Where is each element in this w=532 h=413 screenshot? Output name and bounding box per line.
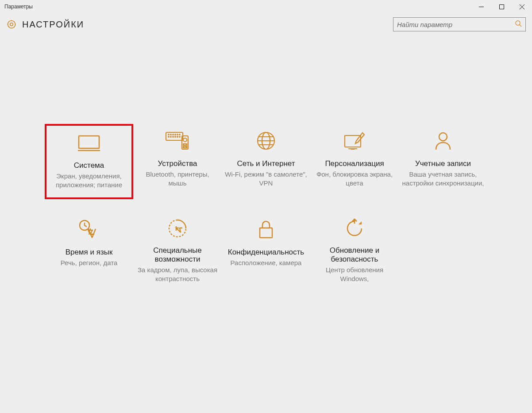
- svg-point-15: [175, 136, 176, 137]
- tile-title: Время и язык: [66, 248, 113, 257]
- svg-rect-4: [79, 136, 99, 148]
- search-input[interactable]: [397, 21, 508, 28]
- svg-point-12: [168, 136, 169, 137]
- svg-point-10: [177, 134, 178, 135]
- window-titlebar: Параметры: [0, 0, 532, 13]
- svg-rect-27: [260, 228, 272, 238]
- page-header: НАСТРОЙКИ: [0, 13, 532, 35]
- svg-point-25: [439, 133, 447, 141]
- tiles-container: Система Экран, уведомления, приложения; …: [0, 35, 532, 301]
- tile-desc: Центр обновления Windows,: [313, 266, 396, 284]
- tile-desc: Экран, уведомления, приложения; питание: [49, 172, 129, 190]
- settings-grid: Система Экран, уведомления, приложения; …: [27, 124, 505, 301]
- svg-point-16: [177, 136, 178, 137]
- tile-desc: Речь, регион, дата: [61, 259, 117, 267]
- window-controls: [471, 0, 532, 13]
- time-language-icon: [75, 217, 103, 242]
- tile-desc: Расположение, камера: [231, 259, 302, 267]
- devices-icon: [163, 128, 192, 153]
- svg-point-9: [175, 134, 176, 135]
- person-icon: [429, 128, 457, 153]
- tile-title: Конфиденциальность: [228, 248, 304, 257]
- tile-system[interactable]: Система Экран, уведомления, приложения; …: [45, 124, 133, 199]
- tile-title: Учетные записи: [415, 159, 471, 168]
- personalization-icon: [340, 128, 369, 153]
- page-title: НАСТРОЙКИ: [22, 19, 84, 30]
- maximize-button[interactable]: [491, 0, 512, 13]
- tile-desc: Фон, блокировка экрана, цвета: [313, 170, 396, 188]
- svg-point-8: [173, 134, 173, 135]
- tile-accounts[interactable]: Учетные записи Ваша учетная запись, наст…: [399, 124, 487, 199]
- tile-title: Устройства: [158, 159, 197, 168]
- tile-network[interactable]: Сеть и Интернет Wi-Fi, режим "в самолете…: [222, 124, 310, 199]
- tile-title: Специальные возможности: [136, 246, 219, 264]
- globe-icon: [252, 128, 280, 153]
- tile-personalization[interactable]: Персонализация Фон, блокировка экрана, ц…: [310, 124, 399, 199]
- svg-point-11: [179, 134, 180, 135]
- display-icon: [75, 130, 103, 155]
- svg-point-7: [170, 134, 171, 135]
- minimize-button[interactable]: [471, 0, 491, 13]
- accessibility-icon: [163, 217, 192, 240]
- tile-accessibility[interactable]: Специальные возможности За кадром, лупа,…: [133, 212, 222, 288]
- tile-privacy[interactable]: Конфиденциальность Расположение, камера: [222, 212, 310, 288]
- gear-icon: [6, 19, 17, 30]
- search-icon: [515, 20, 522, 29]
- maximize-icon: [499, 4, 504, 9]
- tile-desc: За кадром, лупа, высокая контрастность: [136, 266, 219, 284]
- tile-desc: Ваша учетная запись, настройки синхрониз…: [401, 170, 485, 188]
- tile-time-language[interactable]: Время и язык Речь, регион, дата: [45, 212, 133, 288]
- lock-icon: [252, 217, 280, 242]
- svg-point-13: [170, 136, 171, 137]
- tile-title: Персонализация: [325, 159, 384, 168]
- minimize-icon: [479, 4, 484, 9]
- svg-point-14: [173, 136, 173, 137]
- tile-desc: Wi-Fi, режим "в самолете", VPN: [224, 170, 308, 188]
- tile-title: Обновление и безопасность: [313, 246, 396, 264]
- svg-point-17: [179, 136, 180, 137]
- svg-point-19: [183, 138, 187, 142]
- close-icon: [520, 4, 524, 9]
- svg-rect-21: [183, 147, 187, 148]
- svg-rect-20: [183, 144, 187, 145]
- svg-point-2: [8, 21, 15, 28]
- tile-title: Сеть и Интернет: [237, 159, 295, 168]
- update-icon: [340, 217, 369, 240]
- tile-update-security[interactable]: Обновление и безопасность Центр обновлен…: [310, 212, 399, 288]
- tile-desc: Bluetooth, принтеры, мышь: [136, 170, 219, 188]
- search-box[interactable]: [393, 17, 526, 31]
- svg-point-6: [168, 134, 169, 135]
- window-title: Параметры: [4, 4, 33, 10]
- svg-point-1: [10, 23, 13, 26]
- close-button[interactable]: [512, 0, 532, 13]
- tile-devices[interactable]: Устройства Bluetooth, принтеры, мышь: [133, 124, 222, 199]
- svg-rect-0: [499, 4, 504, 9]
- tile-title: Система: [74, 161, 104, 170]
- svg-point-3: [516, 21, 520, 25]
